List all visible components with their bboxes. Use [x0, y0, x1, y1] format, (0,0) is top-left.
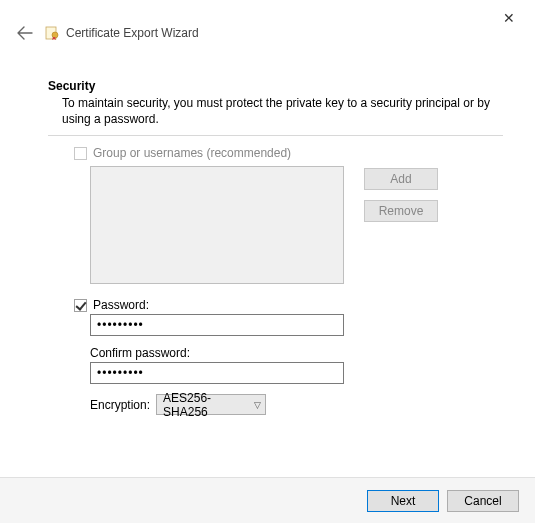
password-checkbox[interactable] [74, 299, 87, 312]
wizard-title: Certificate Export Wizard [66, 26, 199, 40]
section-title: Security [48, 79, 503, 93]
wizard-header: ✕ Certificate Export Wizard [0, 0, 535, 65]
remove-button: Remove [364, 200, 438, 222]
group-usernames-checkbox[interactable] [74, 147, 87, 160]
divider [48, 135, 503, 136]
confirm-password-field[interactable] [90, 362, 344, 384]
back-arrow-icon[interactable] [16, 24, 34, 42]
password-label: Password: [93, 298, 149, 312]
principals-buttons: Add Remove [364, 166, 438, 284]
cancel-button[interactable]: Cancel [447, 490, 519, 512]
password-field[interactable] [90, 314, 344, 336]
encryption-select[interactable]: AES256-SHA256 ▽ [156, 394, 266, 415]
content-area: Security To maintain security, you must … [0, 65, 535, 415]
principals-area: Add Remove [48, 166, 503, 284]
encryption-label: Encryption: [90, 398, 150, 412]
certificate-icon [44, 25, 60, 41]
add-button: Add [364, 168, 438, 190]
confirm-password-label: Confirm password: [74, 346, 503, 360]
group-usernames-row: Group or usernames (recommended) [48, 146, 503, 160]
footer-bar: Next Cancel [0, 477, 535, 523]
password-section: Password: Confirm password: Encryption: … [48, 298, 503, 415]
section-description: To maintain security, you must protect t… [48, 95, 503, 127]
chevron-down-icon: ▽ [254, 400, 261, 410]
encryption-row: Encryption: AES256-SHA256 ▽ [74, 394, 503, 415]
principals-listbox [90, 166, 344, 284]
encryption-selected-value: AES256-SHA256 [163, 391, 254, 419]
group-usernames-label: Group or usernames (recommended) [93, 146, 291, 160]
next-button[interactable]: Next [367, 490, 439, 512]
close-icon[interactable]: ✕ [503, 10, 515, 26]
